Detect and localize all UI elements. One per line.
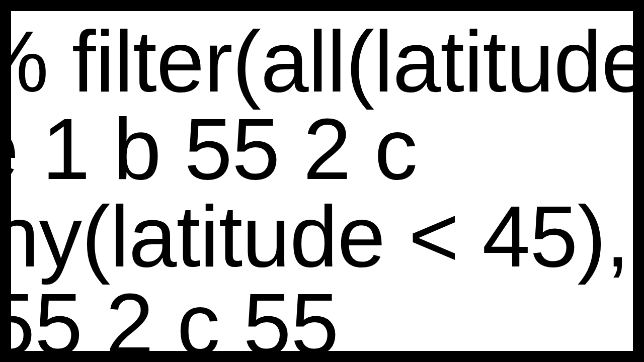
code-line-4: 55 2 c 55 bbox=[0, 281, 339, 362]
code-line-2: e 1 b 55 2 c bbox=[0, 106, 417, 192]
code-line-1: % filter(all(latitude >= bbox=[0, 18, 644, 105]
code-snippet-frame: % filter(all(latitude >= e 1 b 55 2 c an… bbox=[0, 0, 644, 362]
code-line-3: any(latitude < 45), .b bbox=[0, 193, 644, 280]
